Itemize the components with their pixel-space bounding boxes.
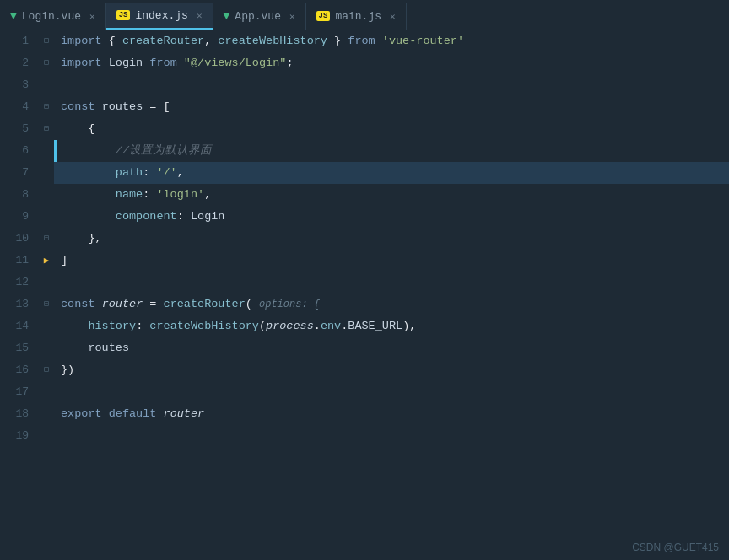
code-line-19 <box>54 425 729 447</box>
fold-gutter: ⊟ ⊟ ⊟ ⊟ ⊟ <box>39 30 54 560</box>
vue-icon: ▼ <box>224 10 230 23</box>
tab-close-icon[interactable]: ✕ <box>89 11 95 22</box>
fold-19 <box>39 425 54 447</box>
code-line-4: const routes = [ <box>54 96 729 118</box>
fold-18 <box>39 403 54 425</box>
fold-13[interactable]: ⊟ <box>39 293 54 315</box>
code-line-6: //设置为默认界面 <box>54 140 729 162</box>
code-line-11: ] <box>54 250 729 272</box>
fold-6 <box>39 140 54 162</box>
line-num-19: 19 <box>0 425 39 447</box>
code-line-8: name: 'login', <box>54 184 729 206</box>
line-num-11: 11 <box>0 250 39 272</box>
fold-5[interactable]: ⊟ <box>39 118 54 140</box>
line-num-5: 5 <box>0 118 39 140</box>
js-icon: JS <box>316 11 331 21</box>
fold-10[interactable]: ⊟ <box>39 228 54 250</box>
code-editor[interactable]: 1 2 3 4 5 6 7 8 9 10 11 12 13 14 15 16 1 <box>0 30 729 560</box>
tab-app-vue[interactable]: ▼ App.vue ✕ <box>213 3 306 30</box>
code-line-18: export default router <box>54 403 729 425</box>
watermark: CSDN @GUET415 <box>632 541 719 553</box>
line-num-13: 13 <box>0 293 39 315</box>
tab-main-js[interactable]: JS main.js ✕ <box>306 3 407 30</box>
line-numbers: 1 2 3 4 5 6 7 8 9 10 11 12 13 14 15 16 1 <box>0 30 39 447</box>
fold-2[interactable]: ⊟ <box>39 52 54 74</box>
tab-label: main.js <box>335 10 381 23</box>
line-num-18: 18 <box>0 403 39 425</box>
tab-close-icon[interactable]: ✕ <box>197 10 202 21</box>
code-line-5: { <box>54 118 729 140</box>
fold-3 <box>39 74 54 96</box>
line-num-17: 17 <box>0 381 39 403</box>
line-num-14: 14 <box>0 315 39 337</box>
line-num-9: 9 <box>0 206 39 228</box>
fold-17 <box>39 381 54 403</box>
line-num-8: 8 <box>0 184 39 206</box>
fold-14 <box>39 315 54 337</box>
code-line-2: import Login from "@/views/Login"; <box>54 52 729 74</box>
code-line-17 <box>54 381 729 403</box>
gutter: 1 2 3 4 5 6 7 8 9 10 11 12 13 14 15 16 1 <box>0 30 39 560</box>
line-num-3: 3 <box>0 74 39 96</box>
js-icon: JS <box>116 10 131 20</box>
tab-label: Login.vue <box>22 10 81 23</box>
code-line-13: const router = createRouter( options: { <box>54 293 729 315</box>
code-line-1: import { createRouter, createWebHistory … <box>54 30 729 52</box>
editor-window: ▼ Login.vue ✕ JS index.js ✕ ▼ App.vue ✕ … <box>0 0 729 560</box>
fold-11: ▶ <box>39 250 54 272</box>
tab-index-js[interactable]: JS index.js ✕ <box>106 3 213 30</box>
line-num-15: 15 <box>0 337 39 359</box>
line-num-10: 10 <box>0 228 39 250</box>
line-num-16: 16 <box>0 359 39 381</box>
code-line-16: }) <box>54 359 729 381</box>
tab-login-vue[interactable]: ▼ Login.vue ✕ <box>0 3 106 30</box>
fold-12 <box>39 272 54 293</box>
fold-8 <box>39 184 54 206</box>
tab-bar: ▼ Login.vue ✕ JS index.js ✕ ▼ App.vue ✕ … <box>0 0 729 30</box>
code-content[interactable]: import { createRouter, createWebHistory … <box>54 30 729 560</box>
fold-9 <box>39 206 54 228</box>
line-num-6: 6 <box>0 140 39 162</box>
code-line-12 <box>54 272 729 293</box>
line-indicator-6 <box>54 140 57 162</box>
code-line-3 <box>54 74 729 96</box>
fold-4[interactable]: ⊟ <box>39 96 54 118</box>
tab-label: App.vue <box>235 10 281 23</box>
code-line-10: }, <box>54 228 729 250</box>
vue-icon: ▼ <box>10 10 17 23</box>
fold-1[interactable]: ⊟ <box>39 30 54 52</box>
line-num-7: 7 <box>0 162 39 184</box>
line-num-4: 4 <box>0 96 39 118</box>
code-line-14: history: createWebHistory(process.env.BA… <box>54 315 729 337</box>
fold-7 <box>39 162 54 184</box>
line-num-12: 12 <box>0 272 39 293</box>
tab-close-icon[interactable]: ✕ <box>289 11 295 22</box>
code-line-15: routes <box>54 337 729 359</box>
tab-label: index.js <box>135 9 187 22</box>
line-num-1: 1 <box>0 30 39 52</box>
fold-15 <box>39 337 54 359</box>
tab-close-icon[interactable]: ✕ <box>390 11 396 22</box>
code-line-7: path: '/', <box>54 162 729 184</box>
line-num-2: 2 <box>0 52 39 74</box>
code-line-9: component: Login <box>54 206 729 228</box>
fold-16[interactable]: ⊟ <box>39 359 54 381</box>
